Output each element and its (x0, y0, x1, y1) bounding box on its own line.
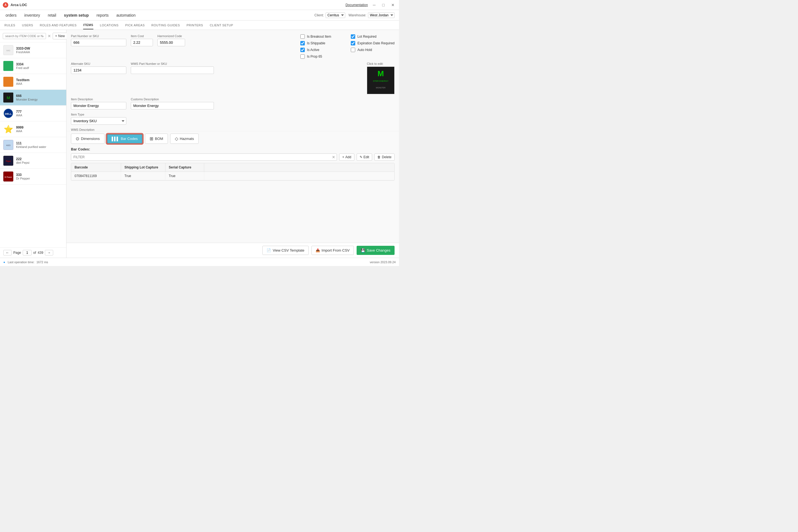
part-number-input[interactable] (71, 39, 126, 46)
nav-reports[interactable]: reports (95, 11, 110, 20)
is-shippable-input[interactable] (300, 41, 305, 45)
docs-link[interactable]: Documentation (345, 3, 368, 7)
item-name: FreshAAA (16, 51, 30, 54)
is-active-input[interactable] (300, 48, 305, 52)
expiration-date-checkbox[interactable]: Expiration Date Required (351, 41, 395, 45)
svg-text:H2O: H2O (6, 144, 11, 147)
nav-retail[interactable]: retail (47, 11, 57, 20)
tab-dimensions[interactable]: ⊙ Dimensions (71, 134, 104, 144)
warehouse-label: Warehouse: (348, 13, 366, 17)
subnav-rules[interactable]: RULES (4, 21, 15, 29)
list-item[interactable]: H2O 111 Kirkland purified water (0, 137, 66, 153)
table-row[interactable]: 070847811169 True True (71, 172, 394, 180)
lot-required-checkbox[interactable]: Lot Required (351, 34, 395, 39)
item-thumbnail (3, 61, 13, 71)
wms-part-input[interactable] (131, 66, 214, 74)
hazmats-label: Hazmats (180, 137, 194, 141)
item-type-select[interactable]: Inventory SKU (71, 117, 126, 125)
item-image[interactable]: M STER ENERGY MONSTER (367, 66, 395, 94)
add-barcode-button[interactable]: + Add (339, 153, 354, 161)
view-csv-button[interactable]: 📄 View CSV Template (262, 246, 308, 255)
import-csv-button[interactable]: 📥 Import From CSV (311, 246, 354, 255)
list-item[interactable]: TestItem AAA (0, 74, 66, 90)
new-label: New (58, 34, 65, 38)
form-row-5: WMS Description (71, 128, 395, 131)
tab-hazmats[interactable]: ◇ Hazmats (170, 134, 199, 144)
subnav-users[interactable]: USERS (22, 21, 33, 29)
warehouse-select[interactable]: West Jordan (368, 13, 395, 18)
delete-barcode-button[interactable]: 🗑 Delete (374, 153, 395, 161)
filter-clear-button[interactable]: ✕ (332, 155, 335, 159)
list-item[interactable]: Dr Pepper 333 Dr Pepper (0, 169, 66, 185)
subnav-client-setup[interactable]: CLIENT SETUP (210, 21, 233, 29)
table-header: Barcode Shipping Lot Capture Serial Capt… (71, 163, 394, 172)
barcode-value: 070847811169 (71, 172, 121, 180)
expiration-date-input[interactable] (351, 41, 355, 45)
next-page-button[interactable]: → (45, 250, 53, 255)
search-clear-button[interactable]: ✕ (48, 34, 51, 38)
part-number-group: Part Number or SKU (71, 34, 126, 46)
subnav-routing[interactable]: ROUTING GUIDES (151, 21, 180, 29)
footer-buttons: 📄 View CSV Template 📥 Import From CSV 💾 … (66, 243, 399, 258)
view-csv-label: View CSV Template (273, 248, 304, 252)
list-item[interactable]: 3334 Fred asdf (0, 58, 66, 74)
is-prop65-input[interactable] (300, 54, 305, 59)
version-label: version 2023.09.24 (369, 261, 396, 264)
alt-sku-input[interactable] (71, 66, 126, 74)
auto-hold-input[interactable] (351, 48, 355, 52)
item-code: 777 (16, 110, 22, 114)
harmonized-code-input[interactable] (157, 39, 185, 46)
lot-required-input[interactable] (351, 34, 355, 39)
list-item[interactable]: ⭐ 9999 AAA (0, 121, 66, 137)
nav-inventory[interactable]: inventory (23, 11, 41, 20)
item-info: 777 AAA (16, 110, 22, 117)
item-cost-group: Item Cost (131, 34, 153, 46)
nav-system-setup[interactable]: system setup (63, 11, 90, 20)
save-changes-button[interactable]: 💾 Save Changes (357, 246, 395, 255)
subnav-printers[interactable]: PRINTERS (187, 21, 203, 29)
list-item-selected[interactable]: M 666 Monster Energy (0, 90, 66, 106)
list-item[interactable]: DELL 777 AAA (0, 106, 66, 121)
list-item[interactable]: IMG 3333-DW FreshAAA (0, 42, 66, 58)
tab-barcodes[interactable]: ▌▌▌ Bar Codes (107, 134, 143, 144)
dimensions-icon: ⊙ (76, 136, 79, 141)
subnav-items[interactable]: ITEMS (83, 21, 93, 30)
svg-text:DELL: DELL (5, 112, 12, 115)
client-label: Client: (315, 13, 324, 17)
nav-automation[interactable]: automation (115, 11, 137, 20)
maximize-button[interactable]: □ (381, 2, 386, 8)
is-prop65-checkbox[interactable]: Is Prop 65 (300, 54, 344, 59)
title-bar-left: A Arca LOC (3, 2, 27, 8)
nav-orders[interactable]: orders (4, 11, 18, 20)
subnav-roles[interactable]: ROLES AND FEATURES (40, 21, 77, 29)
is-breakout-checkbox[interactable]: Is Breakout Item (300, 34, 344, 39)
item-cost-input[interactable] (131, 39, 153, 46)
filter-input[interactable] (71, 153, 337, 161)
item-name: AAA (16, 129, 23, 133)
list-item[interactable]: Pepsi 222 diet Pepsi (0, 153, 66, 169)
alt-sku-group: Alternate SKU (71, 62, 126, 74)
is-active-checkbox[interactable]: Is Active (300, 48, 344, 52)
subnav-pick-areas[interactable]: PICK AREAS (125, 21, 145, 29)
item-info: 3334 Fred asdf (16, 62, 29, 70)
minimize-button[interactable]: ─ (371, 2, 377, 8)
title-bar: A Arca LOC Documentation ─ □ ✕ (0, 0, 399, 10)
is-shippable-checkbox[interactable]: Is Shippable (300, 41, 344, 45)
page-input[interactable] (23, 250, 32, 255)
is-breakout-input[interactable] (300, 34, 305, 39)
close-button[interactable]: ✕ (390, 2, 396, 8)
subnav-locations[interactable]: LOCATIONS (100, 21, 119, 29)
sidebar-pagination: ← Page of 439 → (0, 247, 66, 258)
prev-page-button[interactable]: ← (3, 250, 12, 255)
item-image-container[interactable]: Click to edit: M STER ENERGY MONSTER (367, 62, 395, 94)
edit-barcode-button[interactable]: ✎ Edit (357, 153, 373, 161)
item-desc-input[interactable] (71, 102, 126, 110)
client-select[interactable]: Cerritus (326, 13, 345, 18)
tab-bom[interactable]: ⊞ BOM (145, 134, 168, 144)
search-input[interactable] (3, 33, 46, 39)
item-desc-label: Item Description (71, 97, 126, 101)
barcodes-toolbar: ✕ + Add ✎ Edit 🗑 Delete (71, 153, 395, 161)
auto-hold-checkbox[interactable]: Auto Hold (351, 48, 395, 52)
customs-desc-input[interactable] (131, 102, 214, 110)
new-item-button[interactable]: + New (53, 33, 67, 39)
